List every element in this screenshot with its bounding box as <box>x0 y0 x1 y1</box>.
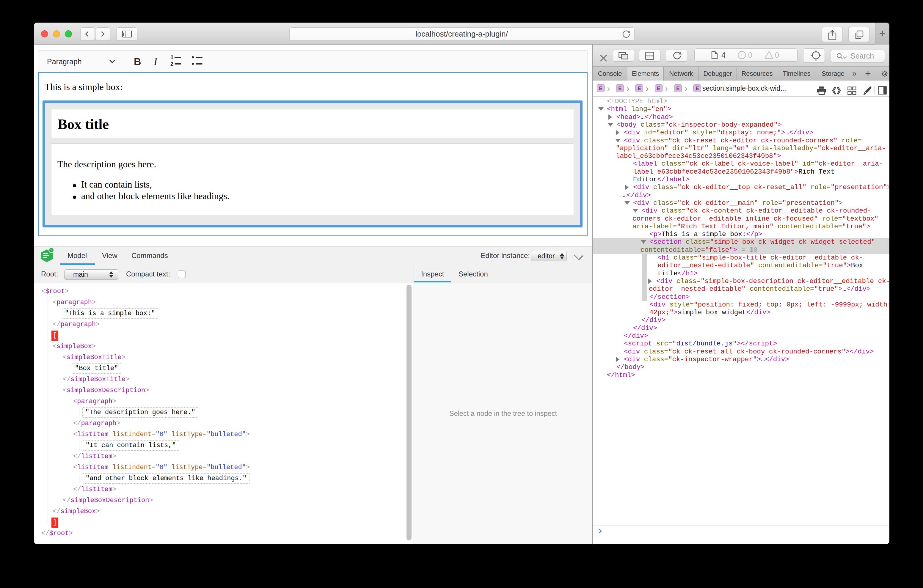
svg-text:!: ! <box>741 53 742 58</box>
